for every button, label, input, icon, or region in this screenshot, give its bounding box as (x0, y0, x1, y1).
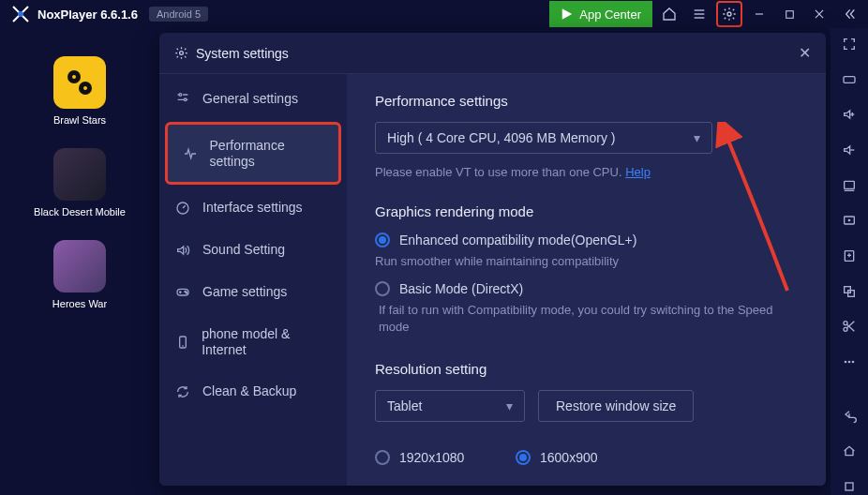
svg-point-0 (18, 11, 23, 17)
sidebar-item-performance[interactable]: Performance settings (165, 122, 341, 186)
app-tile[interactable]: Heroes War (52, 240, 107, 309)
resolution-preset-select[interactable]: Tablet ▾ (375, 390, 525, 422)
svg-point-50 (852, 361, 855, 364)
apps-column: Brawl Stars Black Desert Mobile Heroes W… (0, 28, 159, 495)
performance-heading: Performance settings (375, 93, 798, 109)
graphics-mode-directx[interactable]: Basic Mode (DirectX) (375, 281, 798, 296)
dashboard-icon (174, 201, 191, 216)
back-icon[interactable] (838, 408, 861, 425)
multi-instance-icon[interactable] (838, 283, 861, 300)
home-icon[interactable] (838, 443, 861, 460)
sidebar-item-phone-model[interactable]: phone model & Internet (159, 313, 347, 371)
chevron-down-icon: ▾ (694, 130, 700, 145)
app-tile[interactable]: Brawl Stars (53, 56, 106, 126)
radio-icon (375, 232, 390, 248)
sidebar-item-game[interactable]: Game settings (159, 271, 347, 313)
gamepad-icon (174, 284, 191, 299)
sidebar-item-general[interactable]: General settings (159, 78, 347, 120)
install-apk-icon[interactable] (838, 248, 861, 264)
svg-rect-28 (844, 76, 855, 82)
keyboard-icon[interactable] (838, 71, 861, 88)
chevron-down-icon: ▾ (506, 398, 513, 413)
app-center-button[interactable]: App Center (549, 1, 652, 27)
help-link[interactable]: Help (625, 165, 651, 179)
svg-rect-51 (846, 483, 853, 490)
volume-up-icon[interactable] (838, 106, 861, 123)
svg-point-11 (72, 75, 76, 79)
settings-gear-icon[interactable] (716, 1, 742, 27)
play-store-icon (561, 8, 574, 21)
app-logo (9, 3, 32, 25)
svg-rect-35 (845, 181, 855, 188)
radio-icon (516, 450, 531, 465)
svg-point-13 (180, 52, 184, 55)
close-icon[interactable] (806, 1, 832, 27)
radio-icon (375, 281, 390, 296)
app-icon (53, 56, 106, 109)
dialog-close-button[interactable]: ✕ (799, 44, 811, 62)
radio-label: 1920x1080 (399, 450, 464, 465)
resolution-heading: Resolution setting (375, 361, 798, 377)
sidebar-item-label: General settings (202, 91, 298, 107)
screenshot-icon[interactable] (838, 177, 861, 194)
scissors-icon[interactable] (838, 319, 861, 336)
sidebar-item-label: Game settings (202, 284, 287, 300)
graphics-heading: Graphics rendering mode (375, 203, 798, 219)
more-icon[interactable] (838, 353, 861, 370)
home-icon[interactable] (656, 1, 682, 27)
gear-icon (174, 46, 188, 60)
resolution-1920x1080[interactable]: 1920x1080 (375, 450, 516, 465)
svg-point-4 (727, 12, 731, 16)
sidebar-item-sound[interactable]: Sound Setting (159, 229, 347, 271)
refresh-icon (174, 384, 191, 399)
app-icon (53, 240, 106, 292)
app-center-label: App Center (579, 8, 641, 22)
sidebar-item-label: phone model & Internet (202, 326, 332, 358)
sound-icon (174, 243, 191, 258)
graphics-hint: If fail to run with Compatibility mode, … (379, 302, 798, 336)
settings-content: Performance settings High ( 4 Core CPU, … (347, 74, 826, 486)
pulse-icon (183, 146, 199, 161)
android-version-badge[interactable]: Android 5 (149, 7, 208, 22)
maximize-icon[interactable] (776, 1, 802, 27)
select-value: High ( 4 Core CPU, 4096 MB Memory ) (387, 130, 616, 145)
restore-window-size-button[interactable]: Restore window size (538, 390, 694, 422)
fullscreen-icon[interactable] (838, 36, 861, 52)
sidebar-item-label: Clean & Backup (202, 383, 296, 399)
titlebar: NoxPlayer 6.6.1.6 Android 5 App Center (0, 0, 868, 28)
system-settings-dialog: System settings ✕ General settings Perfo… (159, 33, 826, 486)
menu-icon[interactable] (686, 1, 712, 27)
svg-point-25 (186, 292, 187, 293)
sidebar-item-label: Sound Setting (202, 242, 285, 258)
sidebar-item-clean-backup[interactable]: Clean & Backup (159, 370, 347, 412)
svg-rect-6 (786, 10, 793, 18)
svg-point-14 (179, 94, 182, 97)
graphics-hint: Run smoother while maintaining compatibi… (375, 253, 798, 270)
recents-icon[interactable] (838, 478, 861, 495)
select-value: Tablet (387, 398, 422, 413)
settings-sidebar: General settings Performance settings In… (159, 74, 347, 486)
app-icon (53, 148, 106, 201)
sliders-icon (174, 91, 191, 106)
app-label: Brawl Stars (53, 114, 106, 126)
graphics-mode-opengl[interactable]: Enhanced compatibility mode(OpenGL+) (375, 232, 798, 248)
record-icon[interactable] (838, 212, 861, 229)
radio-label: Basic Mode (DirectX) (399, 281, 523, 296)
phone-icon (174, 335, 190, 350)
volume-down-icon[interactable] (838, 142, 861, 158)
radio-label: 1600x900 (540, 450, 598, 465)
radio-icon (375, 450, 390, 465)
sidebar-item-interface[interactable]: Interface settings (159, 187, 347, 229)
minimize-icon[interactable] (746, 1, 772, 27)
svg-point-38 (848, 220, 849, 221)
svg-point-12 (83, 86, 87, 90)
resolution-1600x900[interactable]: 1600x900 (516, 450, 656, 465)
app-tile[interactable]: Black Desert Mobile (34, 148, 126, 218)
dialog-header: System settings ✕ (159, 33, 826, 74)
dialog-title: System settings (196, 46, 289, 61)
sidebar-item-label: Interface settings (202, 200, 303, 216)
performance-level-select[interactable]: High ( 4 Core CPU, 4096 MB Memory ) ▾ (375, 122, 712, 154)
collapse-sidebar-icon[interactable] (836, 1, 862, 27)
app-label: Black Desert Mobile (34, 206, 126, 218)
radio-label: Enhanced compatibility mode(OpenGL+) (399, 232, 636, 248)
